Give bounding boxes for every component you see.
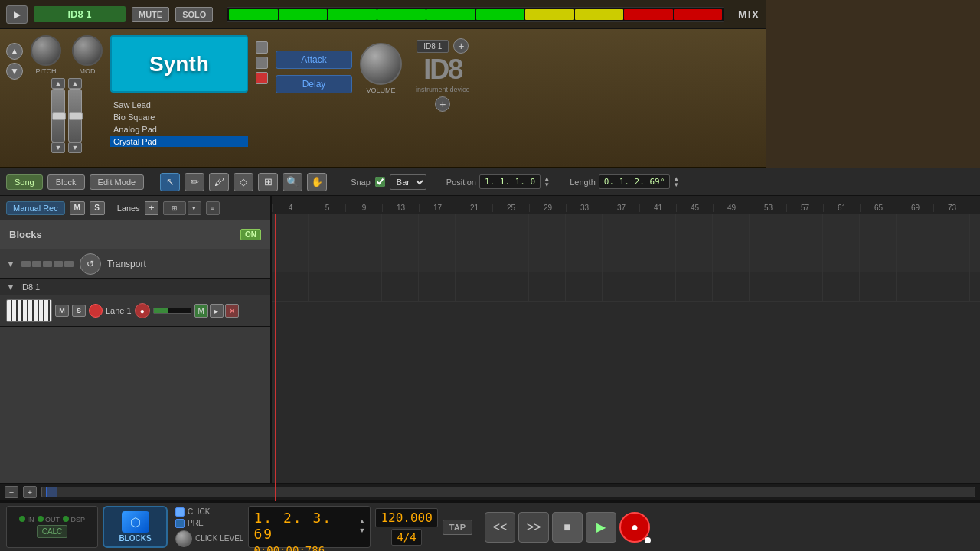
grid-cell-13[interactable] [750,214,786,243]
id8-expand-arrow[interactable]: ▼ [6,282,15,292]
delay-button[interactable]: Delay [276,75,352,93]
len-down-arrow[interactable]: ▼ [673,182,679,188]
play-button[interactable]: ▶ [586,512,616,543]
grid-cell-12[interactable] [713,214,750,243]
lane-m-button[interactable]: M [55,305,69,317]
grid-cell-5[interactable] [456,214,492,243]
snap-select[interactable]: Bar [390,174,426,190]
block-tab[interactable]: Block [47,174,85,190]
grid-cell-5[interactable] [456,243,492,272]
grid-cell-10[interactable] [639,243,676,272]
grid-cell-4[interactable] [419,243,456,272]
grid-cell-3[interactable] [382,243,419,272]
lane-btn-arrow[interactable]: ▸ [210,304,224,318]
track-play-button[interactable]: ▶ [6,5,28,24]
grid-cell-18[interactable] [933,243,970,272]
grid-cell-4[interactable] [419,272,456,301]
grid-cell-3[interactable] [382,214,419,243]
record-button[interactable]: ● [619,512,650,543]
attack-button[interactable]: Attack [276,51,352,69]
tempo-value[interactable]: 120.000 [375,508,437,527]
grid-cell-15[interactable] [823,214,860,243]
grid-cell-15[interactable] [823,243,860,272]
lane-in-button[interactable]: ● [135,303,150,318]
solo-button[interactable]: SOLO [175,7,213,22]
mute-button[interactable]: MUTE [132,7,169,22]
sq-btn-1[interactable] [256,41,268,54]
length-spinner[interactable]: ▲ ▼ [673,176,679,188]
time-sig[interactable]: 4/4 [391,529,421,546]
grid-row-blocks[interactable] [272,243,980,272]
tap-button[interactable]: TAP [443,520,472,535]
grid-cell-13[interactable] [750,272,786,301]
grid-cell-8[interactable] [566,214,603,243]
pre-led[interactable] [175,519,185,528]
fader2-down[interactable]: ▼ [68,142,82,153]
grid-cell-10[interactable] [639,214,676,243]
fader-1-handle[interactable] [52,112,66,120]
grid-cell-7[interactable] [529,272,566,301]
zoom-out-button[interactable]: − [5,486,18,498]
grid-cell-0[interactable] [272,214,309,243]
grid-cell-10[interactable] [639,272,676,301]
lane-s-button[interactable]: S [72,305,86,317]
grid-cell-9[interactable] [603,272,639,301]
grid-cell-1[interactable] [309,272,345,301]
grid-cell-0[interactable] [272,272,309,301]
grid-row-lane[interactable] [272,272,980,302]
grid-cell-15[interactable] [823,272,860,301]
grid-cell-1[interactable] [309,214,345,243]
grid-cell-9[interactable] [603,214,639,243]
tool-pencil[interactable]: ✏ [185,173,204,191]
grid-cell-18[interactable] [933,272,970,301]
grid-cell-7[interactable] [529,214,566,243]
bars-up[interactable]: ▲ [358,517,365,525]
tool-select[interactable]: ↖ [160,173,180,191]
tool-pen[interactable]: 🖊 [209,173,229,191]
position-spinner[interactable]: ▲ ▼ [544,176,550,188]
zoom-in-button[interactable]: + [23,486,37,498]
master-m-button[interactable]: M [70,201,85,215]
id8-plus-button[interactable]: + [453,38,469,54]
tool-zoom[interactable]: 🔍 [283,173,302,191]
fader1-down[interactable]: ▼ [51,142,65,153]
fader-2-handle[interactable] [69,112,83,120]
pos-down-arrow[interactable]: ▼ [544,182,550,188]
grid-cell-13[interactable] [750,243,786,272]
fader1-up[interactable]: ▲ [51,78,65,89]
piano-keys[interactable] [6,299,52,322]
grid-cell-5[interactable] [456,272,492,301]
grid-cell-18[interactable] [933,214,970,243]
grid-cell-6[interactable] [492,243,529,272]
grid-cell-2[interactable] [345,272,382,301]
mod-knob[interactable] [72,35,103,66]
grid-cell-6[interactable] [492,214,529,243]
grid-cell-14[interactable] [786,272,823,301]
volume-knob[interactable] [360,43,402,85]
grid-cell-12[interactable] [713,243,750,272]
grid-cell-16[interactable] [860,243,897,272]
grid-cell-14[interactable] [786,243,823,272]
grid-cell-17[interactable] [897,243,933,272]
preset-crystal-pad[interactable]: Crystal Pad [110,136,248,147]
sq-btn-3-red[interactable] [256,72,268,84]
blocks-btn-area[interactable]: ⬡ BLOCKS [103,506,168,548]
fader-1[interactable] [51,89,65,142]
grid-cell-0[interactable] [272,243,309,272]
grid-cell-3[interactable] [382,272,419,301]
grid-cell-11[interactable] [676,214,713,243]
snap-checkbox[interactable] [375,177,385,187]
nav-up-button[interactable]: ▲ [6,43,23,60]
grid-cell-8[interactable] [566,243,603,272]
grid-cell-11[interactable] [676,272,713,301]
forward-button[interactable]: >> [518,512,549,543]
master-s-button[interactable]: S [90,201,105,215]
click-led[interactable] [175,507,185,517]
tool-stamp[interactable]: ⊞ [258,173,278,191]
grid-cell-1[interactable] [309,243,345,272]
lane-rec-button[interactable] [89,304,103,318]
nav-down-button[interactable]: ▼ [6,63,23,80]
click-level-knob[interactable] [175,530,192,547]
add-lane-button[interactable]: + [145,201,158,215]
mini-track[interactable] [41,487,975,497]
